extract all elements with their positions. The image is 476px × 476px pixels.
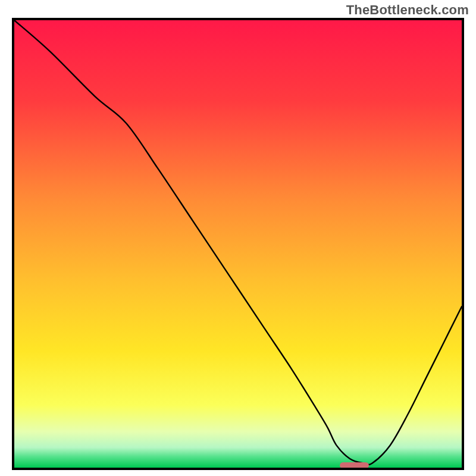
watermark-text: TheBottleneck.com [346, 2, 469, 18]
chart-frame [12, 18, 464, 470]
chart-plot-area [14, 20, 462, 468]
optimal-marker [340, 462, 369, 468]
chart-svg [14, 20, 462, 468]
marker-group [340, 462, 369, 468]
chart-background [14, 20, 462, 468]
page: TheBottleneck.com [0, 0, 476, 476]
